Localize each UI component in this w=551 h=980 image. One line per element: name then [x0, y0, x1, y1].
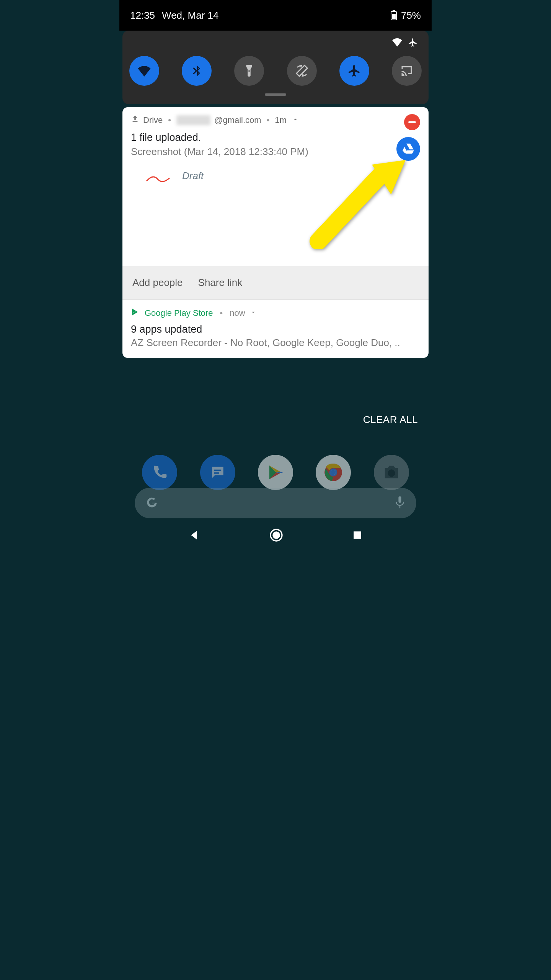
notification-drive-header[interactable]: Drive xxxxxxx @gmail.com 1m — [122, 107, 429, 129]
airplane-status-icon — [408, 38, 418, 49]
notification-play-store[interactable]: Google Play Store now 9 apps updated AZ … — [122, 299, 429, 358]
svg-rect-2 — [392, 14, 396, 19]
svg-rect-11 — [398, 496, 401, 503]
action-share-link[interactable]: Share link — [198, 277, 243, 289]
app-chrome[interactable] — [316, 455, 351, 490]
qs-tile-auto-rotate[interactable] — [287, 56, 317, 86]
status-date: Wed, Mar 14 — [162, 10, 218, 21]
notification-thumbnail — [145, 170, 171, 182]
notification-title: 1 file uploaded. — [131, 132, 420, 144]
notification-drive[interactable]: Drive xxxxxxx @gmail.com 1m 1 file uploa… — [122, 107, 429, 299]
mic-icon[interactable] — [394, 495, 406, 511]
svg-rect-4 — [214, 470, 221, 471]
qs-tile-bluetooth[interactable] — [182, 56, 212, 86]
svg-point-13 — [272, 531, 280, 539]
battery-icon — [390, 10, 397, 20]
notification-time: now — [230, 308, 245, 318]
navigation-bar — [119, 524, 432, 547]
nav-back-button[interactable] — [189, 529, 200, 542]
app-phone[interactable] — [142, 455, 177, 490]
qs-expand-handle[interactable] — [265, 93, 286, 96]
qs-tile-wifi[interactable] — [129, 56, 159, 86]
nav-home-button[interactable] — [269, 528, 283, 544]
svg-point-9 — [331, 470, 336, 475]
quick-settings-panel — [122, 31, 429, 104]
chevron-down-icon[interactable] — [250, 308, 257, 318]
google-search-bar[interactable] — [135, 488, 416, 518]
google-g-icon — [145, 496, 158, 510]
home-dock — [119, 455, 432, 490]
notification-app-name: Drive — [143, 115, 163, 125]
cancel-upload-button[interactable] — [404, 114, 420, 130]
notification-time: 1m — [275, 115, 287, 125]
thumbnail-label: Draft — [182, 170, 204, 182]
app-play-store[interactable] — [258, 455, 293, 490]
app-camera[interactable] — [374, 455, 409, 490]
notification-subtitle: AZ Screen Recorder - No Root, Google Kee… — [131, 337, 420, 349]
qs-tile-cast[interactable] — [392, 56, 422, 86]
app-messages[interactable] — [200, 455, 235, 490]
status-battery: 75% — [401, 10, 421, 21]
status-bar: 12:35 Wed, Mar 14 75% — [119, 0, 432, 31]
action-add-people[interactable]: Add people — [132, 277, 183, 289]
wifi-status-icon — [392, 38, 403, 49]
notification-account: @gmail.com — [214, 115, 261, 125]
svg-rect-14 — [354, 531, 361, 539]
upload-icon — [131, 115, 139, 126]
qs-tile-flashlight[interactable] — [234, 56, 264, 86]
notification-account-hidden: xxxxxxx — [176, 115, 210, 125]
svg-point-10 — [388, 469, 395, 477]
nav-recents-button[interactable] — [352, 530, 362, 542]
status-time: 12:35 — [130, 10, 155, 21]
clear-all-button[interactable]: CLEAR ALL — [363, 414, 418, 426]
chevron-up-icon[interactable] — [292, 115, 299, 125]
play-store-icon — [131, 307, 140, 319]
notification-app-name: Google Play Store — [145, 308, 213, 318]
qs-tile-airplane[interactable] — [339, 56, 369, 86]
notification-subtitle: Screenshot (Mar 14, 2018 12:33:40 PM) — [131, 146, 420, 158]
notification-title: 9 apps updated — [131, 323, 420, 335]
drive-icon — [396, 137, 420, 161]
svg-rect-5 — [214, 472, 219, 474]
